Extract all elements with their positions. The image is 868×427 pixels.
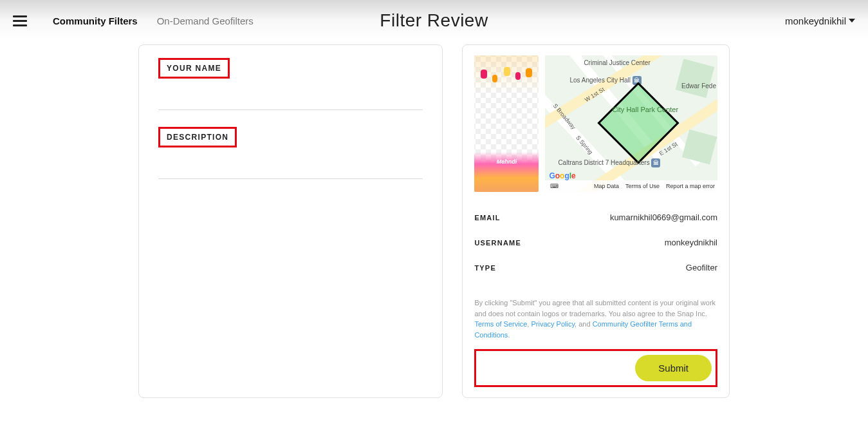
map-footer: ⌨ Map Data Terms of Use Report a map err… xyxy=(545,180,717,192)
tab-community-filters[interactable]: Community Filters xyxy=(53,15,138,26)
submit-button[interactable]: Submit xyxy=(635,355,712,381)
email-value: kumarnikhil0669@gmail.com xyxy=(610,213,717,222)
map-poi-criminal: Criminal Justice Center xyxy=(584,59,650,66)
map-data-link[interactable]: Map Data xyxy=(594,183,619,189)
description-label: DESCRIPTION xyxy=(158,127,237,147)
info-row-email: EMAIL kumarnikhil0669@gmail.com xyxy=(474,205,717,230)
legal-text: By clicking "Submit" you agree that all … xyxy=(474,298,717,340)
tos-link[interactable]: Terms of Service xyxy=(474,320,527,328)
name-input[interactable] xyxy=(158,91,423,110)
geofence-label: City Hall Park Center xyxy=(612,106,678,113)
menu-icon[interactable] xyxy=(13,15,27,26)
google-logo: Google xyxy=(549,171,575,180)
type-label: TYPE xyxy=(474,264,496,272)
email-label: EMAIL xyxy=(474,214,500,222)
review-panel: Mehndi Criminal Justice Center Los Angel… xyxy=(462,44,730,398)
filter-overlay-text: Mehndi xyxy=(474,158,539,165)
header: Community Filters On-Demand Geofilters F… xyxy=(0,0,868,41)
filter-preview: Mehndi xyxy=(474,55,539,192)
map-poi-cityhall: Los Angeles City Hall 🏛 xyxy=(569,76,641,85)
map-report-link[interactable]: Report a map error xyxy=(666,183,715,189)
username-label: USERNAME xyxy=(474,239,521,247)
map-preview[interactable]: Criminal Justice Center Los Angeles City… xyxy=(545,55,717,192)
name-label: YOUR NAME xyxy=(158,58,230,79)
description-input[interactable] xyxy=(158,160,423,179)
map-poi-edwards: Edwar Fede xyxy=(681,82,716,90)
user-menu[interactable]: monkeydnikhil xyxy=(785,15,855,26)
map-poi-caltrans: Caltrans District 7 Headquarters 🏛 xyxy=(558,158,660,167)
map-terms-link[interactable]: Terms of Use xyxy=(625,183,660,189)
username-value: monkeydnikhil xyxy=(665,238,717,247)
chevron-down-icon xyxy=(849,19,855,23)
info-row-type: TYPE Geofilter xyxy=(474,255,717,280)
form-panel: YOUR NAME DESCRIPTION xyxy=(138,44,443,398)
keyboard-icon[interactable]: ⌨ xyxy=(550,183,559,189)
info-row-username: USERNAME monkeydnikhil xyxy=(474,230,717,255)
page-title: Filter Review xyxy=(380,10,488,31)
user-name: monkeydnikhil xyxy=(785,15,846,26)
tab-ondemand-geofilters[interactable]: On-Demand Geofilters xyxy=(157,15,254,26)
privacy-link[interactable]: Privacy Policy xyxy=(531,320,575,328)
building-icon: 🏛 xyxy=(651,158,660,167)
type-value: Geofilter xyxy=(686,263,717,272)
submit-highlight: Submit xyxy=(474,349,717,387)
